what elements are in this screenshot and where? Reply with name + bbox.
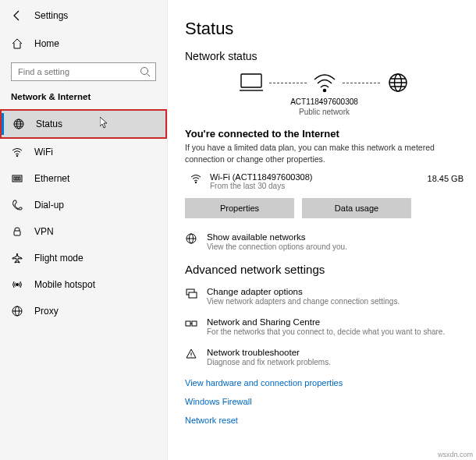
item-label: Mobile hotspot <box>34 279 95 290</box>
item-label: WiFi <box>34 147 53 157</box>
connected-desc: If you have a limited data plan, you can… <box>185 142 464 165</box>
warning-icon <box>185 348 197 360</box>
wifi-icon <box>11 146 23 158</box>
show-available-networks[interactable]: Show available networks View the connect… <box>185 232 464 252</box>
back-button[interactable] <box>11 9 23 22</box>
svg-point-13 <box>323 89 325 91</box>
svg-rect-12 <box>241 74 261 87</box>
page-title: Status <box>185 19 464 39</box>
wifi-icon <box>190 172 202 185</box>
adapter-icon <box>185 287 197 299</box>
setting-desc: View the connection options around you. <box>207 242 347 252</box>
item-label: Ethernet <box>34 173 69 184</box>
connection-usage: 18.45 GB <box>428 172 464 183</box>
svg-point-16 <box>195 182 197 184</box>
connection-sub: From the last 30 days <box>210 182 420 190</box>
setting-title: Network and Sharing Centre <box>207 317 445 327</box>
sidebar-item-vpn[interactable]: VPN <box>0 218 167 245</box>
sidebar-item-status[interactable]: Status <box>0 109 167 139</box>
sidebar-item-ethernet[interactable]: Ethernet <box>0 165 167 192</box>
item-label: VPN <box>34 226 54 237</box>
sidebar-item-proxy[interactable]: Proxy <box>0 298 167 324</box>
setting-text: Change adapter options View network adap… <box>207 287 400 306</box>
header-row: Settings <box>0 6 167 31</box>
item-label: Flight mode <box>34 253 83 264</box>
sidebar: Settings Home Network & Internet Status <box>0 0 168 460</box>
setting-desc: For the networks that you connect to, de… <box>207 327 445 337</box>
svg-rect-5 <box>14 177 16 180</box>
svg-point-9 <box>16 284 19 286</box>
advanced-title: Advanced network settings <box>185 263 464 276</box>
item-label: Proxy <box>34 306 59 317</box>
hotspot-icon <box>11 278 23 291</box>
search-wrapper <box>11 62 156 81</box>
network-sharing-centre[interactable]: Network and Sharing Centre For the netwo… <box>185 317 464 337</box>
wifi-signal-icon <box>311 72 338 94</box>
diagram-line <box>269 83 307 83</box>
sharing-icon <box>185 317 197 330</box>
svg-rect-22 <box>192 321 197 326</box>
change-adapter-options[interactable]: Change adapter options View network adap… <box>185 287 464 306</box>
connection-name: Wi-Fi (ACT118497600308) <box>210 172 420 182</box>
sidebar-item-flight-mode[interactable]: Flight mode <box>0 245 167 271</box>
sidebar-item-home[interactable]: Home <box>0 31 167 56</box>
home-icon <box>11 37 23 50</box>
setting-desc: View network adapters and change connect… <box>207 296 400 306</box>
globe-icon <box>385 72 411 94</box>
setting-desc: Diagnose and fix network problems. <box>207 357 331 367</box>
svg-rect-21 <box>186 321 190 326</box>
properties-button[interactable]: Properties <box>185 198 294 218</box>
setting-text: Network troubleshooter Diagnose and fix … <box>207 348 331 367</box>
globe-icon <box>185 232 197 245</box>
network-status-title: Network status <box>185 50 464 62</box>
diagram-caption: ACT118497600308 Public network <box>185 97 464 117</box>
button-row: Properties Data usage <box>185 198 464 218</box>
proxy-icon <box>11 305 23 317</box>
connection-info: Wi-Fi (ACT118497600308) From the last 30… <box>210 172 420 190</box>
setting-text: Show available networks View the connect… <box>207 232 347 252</box>
setting-title: Show available networks <box>207 232 347 242</box>
globe-icon <box>12 118 25 130</box>
setting-title: Change adapter options <box>207 287 400 296</box>
search-input[interactable] <box>11 62 156 81</box>
dialup-icon <box>11 199 23 211</box>
setting-title: Network troubleshooter <box>207 348 331 357</box>
cursor-icon <box>100 117 109 132</box>
data-usage-button[interactable]: Data usage <box>302 198 411 218</box>
svg-point-3 <box>16 155 18 157</box>
svg-rect-8 <box>14 231 20 235</box>
diagram-type: Public network <box>185 107 464 117</box>
sidebar-item-wifi[interactable]: WiFi <box>0 139 167 165</box>
link-firewall[interactable]: Windows Firewall <box>185 397 464 406</box>
setting-text: Network and Sharing Centre For the netwo… <box>207 317 445 337</box>
main-content: Status Network status ACT118497600308 Pu… <box>168 0 476 460</box>
vpn-icon <box>11 225 23 238</box>
sidebar-section-label: Network & Internet <box>0 92 167 109</box>
svg-rect-6 <box>16 177 18 180</box>
diagram-ssid: ACT118497600308 <box>185 97 464 107</box>
diagram-line <box>343 83 380 83</box>
network-diagram <box>185 72 464 94</box>
airplane-icon <box>11 252 23 264</box>
ethernet-icon <box>11 172 23 185</box>
sidebar-item-dialup[interactable]: Dial-up <box>0 192 167 218</box>
sidebar-item-mobile-hotspot[interactable]: Mobile hotspot <box>0 271 167 298</box>
app-title: Settings <box>34 10 68 21</box>
link-reset[interactable]: Network reset <box>185 416 464 425</box>
item-label: Status <box>36 119 62 129</box>
svg-rect-20 <box>189 292 197 298</box>
sidebar-nav: Status WiFi Ethernet Dial-up <box>0 109 167 324</box>
home-label: Home <box>34 38 59 49</box>
network-troubleshooter[interactable]: Network troubleshooter Diagnose and fix … <box>185 348 464 367</box>
connection-row: Wi-Fi (ACT118497600308) From the last 30… <box>185 172 464 190</box>
item-label: Dial-up <box>34 200 64 211</box>
computer-icon <box>238 72 265 94</box>
watermark: wsxdn.com <box>438 451 473 458</box>
connected-title: You're connected to the Internet <box>185 128 464 140</box>
svg-rect-7 <box>19 177 20 180</box>
link-hardware[interactable]: View hardware and connection properties <box>185 378 464 387</box>
